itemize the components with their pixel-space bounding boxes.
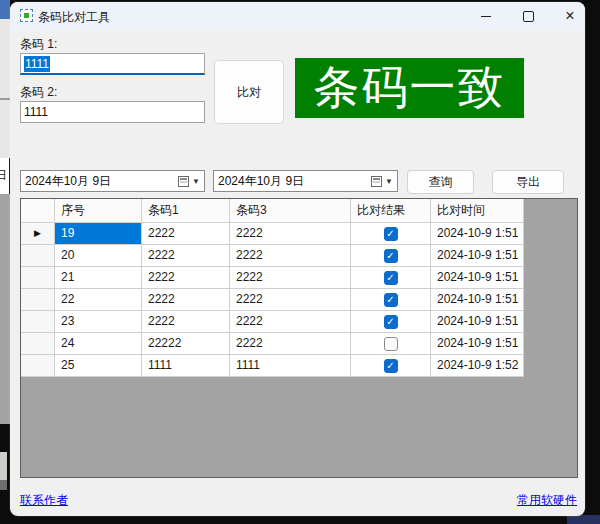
title-bar[interactable]: 条码比对工具 ×	[10, 2, 585, 30]
background-window-fragment	[0, 452, 7, 480]
cell-barcode1[interactable]: 2222	[142, 245, 230, 267]
cell-time[interactable]: 2024-10-9 1:51	[431, 267, 524, 289]
calendar-icon	[371, 176, 382, 187]
minimize-button[interactable]	[465, 2, 507, 30]
result-checkbox[interactable]: ✓	[384, 293, 398, 307]
date-from-value: 2024年10月 9日	[25, 173, 111, 190]
window-title: 条码比对工具	[38, 9, 110, 26]
cell-result[interactable]	[351, 333, 431, 355]
chevron-down-icon[interactable]: ▼	[192, 177, 200, 186]
cell-barcode1[interactable]: 2222	[142, 311, 230, 333]
table-body: ▶ 19 2222 2222 ✓ 2024-10-9 1:51 20 2222 …	[21, 223, 524, 377]
row-header-cell[interactable]	[21, 267, 55, 289]
cell-seq[interactable]: 20	[55, 245, 142, 267]
barcode1-input[interactable]: 1111	[20, 53, 205, 75]
chevron-down-icon[interactable]: ▼	[385, 177, 393, 186]
contact-author-link[interactable]: 联系作者	[20, 492, 68, 509]
cell-time[interactable]: 2024-10-9 1:51	[431, 245, 524, 267]
background-window-fragment	[0, 480, 7, 490]
cell-seq[interactable]: 24	[55, 333, 142, 355]
background-window-fragment	[567, 515, 600, 524]
row-header-cell[interactable]: ▶	[21, 223, 55, 245]
cell-barcode3[interactable]: 2222	[230, 289, 351, 311]
cell-result[interactable]: ✓	[351, 311, 431, 333]
result-checkbox[interactable]	[384, 337, 398, 351]
cell-barcode3[interactable]: 1111	[230, 355, 351, 377]
data-grid[interactable]: 序号 条码1 条码3 比对结果 比对时间 ▶ 19 2222 2222 ✓ 20…	[20, 198, 578, 478]
close-button[interactable]: ×	[549, 2, 585, 30]
cell-barcode3[interactable]: 2222	[230, 245, 351, 267]
barcode1-value: 1111	[24, 56, 50, 72]
barcode2-label: 条码 2:	[20, 84, 57, 101]
screen: 日 条码比对工具 × 条码 1: 1111 条码 2: 1111 比对 条码一致…	[0, 0, 600, 524]
background-window-fragment	[0, 194, 10, 424]
maximize-button[interactable]	[507, 2, 549, 30]
calendar-icon	[178, 176, 189, 187]
cell-barcode1[interactable]: 2222	[142, 223, 230, 245]
cell-barcode3[interactable]: 2222	[230, 311, 351, 333]
grid-columns: 序号 条码1 条码3 比对结果 比对时间 ▶ 19 2222 2222 ✓ 20…	[21, 199, 524, 377]
row-header-cell[interactable]	[21, 289, 55, 311]
cell-time[interactable]: 2024-10-9 1:52	[431, 355, 524, 377]
barcode2-value: 1111	[24, 105, 48, 119]
result-checkbox[interactable]: ✓	[384, 227, 398, 241]
cell-barcode3[interactable]: 2222	[230, 223, 351, 245]
row-header-cell[interactable]	[21, 355, 55, 377]
row-header-column[interactable]	[21, 199, 55, 223]
row-header-cell[interactable]	[21, 245, 55, 267]
result-checkbox[interactable]: ✓	[384, 249, 398, 263]
row-header-cell[interactable]	[21, 311, 55, 333]
cell-result[interactable]: ✓	[351, 223, 431, 245]
cell-barcode3[interactable]: 2222	[230, 267, 351, 289]
table-row[interactable]: 25 1111 1111 ✓ 2024-10-9 1:52	[21, 355, 524, 377]
cell-barcode3[interactable]: 2222	[230, 333, 351, 355]
column-header-result[interactable]: 比对结果	[351, 199, 431, 223]
row-header-cell[interactable]	[21, 333, 55, 355]
common-tools-link[interactable]: 常用软硬件	[517, 492, 577, 509]
table-row[interactable]: 24 22222 2222 2024-10-9 1:51	[21, 333, 524, 355]
result-checkbox[interactable]: ✓	[384, 315, 398, 329]
table-row[interactable]: 20 2222 2222 ✓ 2024-10-9 1:51	[21, 245, 524, 267]
cell-barcode1[interactable]: 2222	[142, 267, 230, 289]
cell-barcode1[interactable]: 22222	[142, 333, 230, 355]
cell-result[interactable]: ✓	[351, 267, 431, 289]
cell-result[interactable]: ✓	[351, 289, 431, 311]
background-window-fragment	[0, 98, 10, 100]
cell-time[interactable]: 2024-10-9 1:51	[431, 333, 524, 355]
cell-seq[interactable]: 23	[55, 311, 142, 333]
cell-seq[interactable]: 25	[55, 355, 142, 377]
table-row[interactable]: ▶ 19 2222 2222 ✓ 2024-10-9 1:51	[21, 223, 524, 245]
result-banner: 条码一致	[295, 58, 524, 118]
date-to-picker[interactable]: 2024年10月 9日 ▼	[213, 170, 398, 192]
cell-result[interactable]: ✓	[351, 355, 431, 377]
background-window-fragment	[0, 0, 10, 19]
column-header-seq[interactable]: 序号	[55, 199, 142, 223]
cell-seq[interactable]: 21	[55, 267, 142, 289]
app-window: 条码比对工具 × 条码 1: 1111 条码 2: 1111 比对 条码一致 2…	[10, 2, 585, 516]
column-header-barcode3[interactable]: 条码3	[230, 199, 351, 223]
cell-time[interactable]: 2024-10-9 1:51	[431, 311, 524, 333]
close-icon: ×	[565, 8, 574, 24]
date-from-picker[interactable]: 2024年10月 9日 ▼	[20, 170, 205, 192]
result-checkbox[interactable]: ✓	[384, 359, 398, 373]
barcode2-input[interactable]: 1111	[20, 101, 205, 123]
table-row[interactable]: 21 2222 2222 ✓ 2024-10-9 1:51	[21, 267, 524, 289]
compare-button[interactable]: 比对	[214, 60, 284, 124]
export-button[interactable]: 导出	[492, 170, 564, 194]
background-fragment-text: 日	[0, 167, 7, 184]
table-row[interactable]: 22 2222 2222 ✓ 2024-10-9 1:51	[21, 289, 524, 311]
cell-seq[interactable]: 19	[55, 223, 142, 245]
result-checkbox[interactable]: ✓	[384, 271, 398, 285]
table-row[interactable]: 23 2222 2222 ✓ 2024-10-9 1:51	[21, 311, 524, 333]
cell-seq[interactable]: 22	[55, 289, 142, 311]
query-button[interactable]: 查询	[407, 170, 474, 194]
cell-barcode1[interactable]: 1111	[142, 355, 230, 377]
cell-result[interactable]: ✓	[351, 245, 431, 267]
cell-barcode1[interactable]: 2222	[142, 289, 230, 311]
column-header-barcode1[interactable]: 条码1	[142, 199, 230, 223]
maximize-icon	[523, 11, 534, 22]
cell-time[interactable]: 2024-10-9 1:51	[431, 223, 524, 245]
cell-time[interactable]: 2024-10-9 1:51	[431, 289, 524, 311]
barcode1-label: 条码 1:	[20, 36, 57, 53]
column-header-time[interactable]: 比对时间	[431, 199, 524, 223]
